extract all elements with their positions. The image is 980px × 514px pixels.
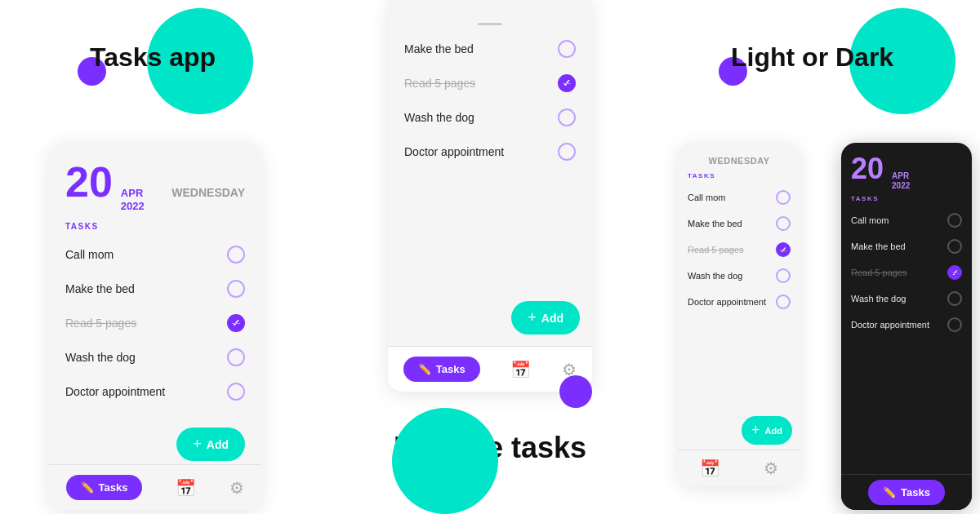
task-item-dark-read-pages[interactable]: Read 5 pages <box>841 259 972 286</box>
day-number-dark: 20 <box>851 154 884 184</box>
task-circle-light-doctor[interactable] <box>776 295 791 309</box>
task-circle-read-pages[interactable] <box>227 314 245 332</box>
task-circle-dark-make-bed[interactable] <box>947 239 962 254</box>
task-item-light-make-bed[interactable]: Make the bed <box>678 210 800 237</box>
task-circle-call-mom[interactable] <box>227 246 245 264</box>
task-circle-dark-call-mom[interactable] <box>947 213 962 228</box>
task-circle-light-read-pages[interactable] <box>776 242 791 257</box>
task-name-light-call-mom: Call mom <box>688 193 725 202</box>
task-item-light-call-mom[interactable]: Call mom <box>678 184 800 210</box>
nav-tasks-center[interactable]: ✏️ Tasks <box>403 357 480 382</box>
plus-icon-light: + <box>751 422 760 439</box>
day-meta-dark: APR 2022 <box>892 171 910 190</box>
day-number-left: 20 <box>65 161 113 203</box>
tasks-label-light: TASKS <box>678 172 800 184</box>
task-circle-wash-dog[interactable] <box>227 348 245 366</box>
pencil-icon-center: ✏️ <box>418 363 431 375</box>
task-item-center-read-pages[interactable]: Read 5 pages <box>388 66 592 100</box>
tasks-app-title: Tasks app <box>90 42 216 73</box>
day-year-left: 2022 <box>121 200 145 212</box>
add-button-center[interactable]: + Add <box>511 301 580 335</box>
task-name-dark-read-pages: Read 5 pages <box>851 268 907 277</box>
task-name-read-pages: Read 5 pages <box>65 317 136 330</box>
task-name-doctor: Doctor appointment <box>65 385 165 398</box>
left-phone-card: 20 APR 2022 WEDNESDAY TASKS Call mom Mak… <box>49 143 261 510</box>
task-name-light-doctor: Doctor appointment <box>688 297 766 307</box>
day-name-left: WEDNESDAY <box>172 186 245 199</box>
light-dark-title: Light or Dark <box>731 42 893 73</box>
day-meta-left: APR 2022 <box>121 187 145 212</box>
add-label-light: Add <box>765 426 782 436</box>
task-name-dark-doctor: Doctor appointment <box>851 320 929 330</box>
left-section: Tasks app 20 APR 2022 WEDNESDAY TASKS Ca… <box>0 0 327 514</box>
task-name-dark-make-bed: Make the bed <box>851 241 906 251</box>
center-phone-card: Make the bed Read 5 pages Wash the dog D… <box>388 0 592 392</box>
nav-calendar-light[interactable]: 📅 <box>700 459 720 478</box>
card-header-left: 20 APR 2022 WEDNESDAY <box>49 143 261 220</box>
day-month-left: APR <box>121 187 145 200</box>
task-item-make-bed[interactable]: Make the bed <box>49 272 261 306</box>
nav-tasks-dark[interactable]: ✏️ Tasks <box>868 480 945 505</box>
task-name-center-wash-dog: Wash the dog <box>404 111 474 124</box>
task-item-dark-wash-dog[interactable]: Wash the dog <box>841 286 972 312</box>
task-item-read-pages[interactable]: Read 5 pages <box>49 306 261 340</box>
task-item-light-doctor[interactable]: Doctor appointment <box>678 289 800 315</box>
nav-calendar-left[interactable]: 📅 <box>176 478 196 498</box>
add-button-left[interactable]: + Add <box>176 428 245 461</box>
bottom-nav-light: 📅 ⚙ <box>678 450 800 485</box>
task-name-call-mom: Call mom <box>65 248 114 261</box>
nav-tasks-left[interactable]: ✏️ Tasks <box>66 475 143 500</box>
task-circle-dark-wash-dog[interactable] <box>947 291 962 306</box>
tasks-label-left: TASKS <box>49 220 261 237</box>
nav-settings-light[interactable]: ⚙ <box>764 459 778 478</box>
task-item-call-mom[interactable]: Call mom <box>49 237 261 272</box>
task-circle-light-wash-dog[interactable] <box>776 268 791 283</box>
light-header: WEDNESDAY <box>678 143 800 172</box>
task-circle-dark-read-pages[interactable] <box>947 265 962 280</box>
task-name-light-make-bed: Make the bed <box>688 219 742 228</box>
task-name-dark-call-mom: Call mom <box>851 215 889 225</box>
teal-circle-center-bottom <box>392 408 498 514</box>
center-section: Make the bed Read 5 pages Wash the dog D… <box>327 0 653 514</box>
task-name-center-make-bed: Make the bed <box>404 42 474 55</box>
light-day-only: WEDNESDAY <box>709 156 770 166</box>
task-item-dark-doctor[interactable]: Doctor appointment <box>841 312 972 338</box>
task-circle-center-make-bed[interactable] <box>558 40 576 58</box>
task-name-center-doctor: Doctor appointment <box>404 145 504 158</box>
task-circle-light-make-bed[interactable] <box>776 216 791 231</box>
task-item-center-doctor[interactable]: Doctor appointment <box>388 135 592 169</box>
add-label-left: Add <box>207 438 229 451</box>
light-phone-card: WEDNESDAY TASKS Call mom Make the bed Re… <box>678 143 800 485</box>
add-button-light[interactable]: + Add <box>742 416 792 445</box>
task-item-light-read-pages[interactable]: Read 5 pages <box>678 237 800 263</box>
task-name-make-bed: Make the bed <box>65 282 135 295</box>
task-item-doctor[interactable]: Doctor appointment <box>49 374 261 409</box>
nav-calendar-center[interactable]: 📅 <box>510 360 531 379</box>
task-name-wash-dog: Wash the dog <box>65 351 136 364</box>
plus-icon-center: + <box>528 309 537 326</box>
plus-icon-left: + <box>193 436 202 453</box>
task-circle-center-read-pages[interactable] <box>558 74 576 92</box>
task-circle-doctor[interactable] <box>227 383 245 401</box>
task-item-dark-call-mom[interactable]: Call mom <box>841 207 972 233</box>
task-name-center-read-pages: Read 5 pages <box>404 77 475 90</box>
task-item-wash-dog[interactable]: Wash the dog <box>49 340 261 374</box>
task-circle-dark-doctor[interactable] <box>947 317 962 332</box>
task-circle-make-bed[interactable] <box>227 280 245 298</box>
task-item-center-wash-dog[interactable]: Wash the dog <box>388 100 592 135</box>
task-circle-light-call-mom[interactable] <box>776 190 791 205</box>
task-circle-center-wash-dog[interactable] <box>558 109 576 126</box>
center-task-list: Make the bed Read 5 pages Wash the dog D… <box>388 0 592 169</box>
task-item-dark-make-bed[interactable]: Make the bed <box>841 233 972 259</box>
purple-circle-center <box>559 375 592 408</box>
day-month-dark: APR <box>892 171 910 181</box>
tasks-label-dark: TASKS <box>841 195 972 207</box>
day-year-dark: 2022 <box>892 181 910 190</box>
task-name-light-wash-dog: Wash the dog <box>688 271 742 281</box>
task-item-center-make-bed[interactable]: Make the bed <box>388 32 592 66</box>
task-circle-center-doctor[interactable] <box>558 143 576 161</box>
card-header-dark: 20 APR 2022 <box>841 143 972 195</box>
bottom-nav-left: ✏️ Tasks 📅 ⚙ <box>49 464 261 510</box>
nav-settings-left[interactable]: ⚙ <box>229 478 244 498</box>
task-item-light-wash-dog[interactable]: Wash the dog <box>678 263 800 289</box>
